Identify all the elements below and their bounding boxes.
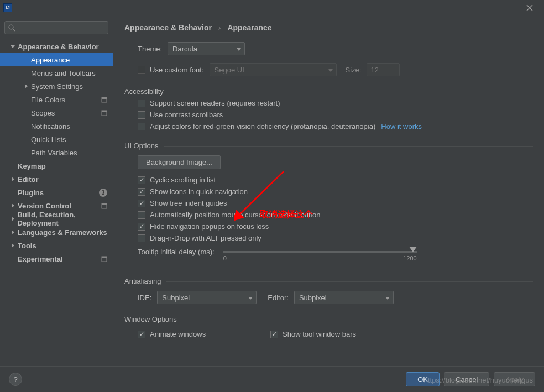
show-tool-bars-label: Show tool window bars	[283, 330, 356, 338]
sidebar-item-tools[interactable]: Tools	[0, 239, 113, 252]
svg-marker-15	[12, 230, 14, 234]
animate-windows-checkbox[interactable]	[138, 331, 145, 338]
breadcrumb-sub: Appearance	[227, 23, 271, 32]
section-accessibility: Accessibility	[124, 87, 533, 96]
ok-button[interactable]: OK	[406, 372, 440, 386]
sidebar-item-label: Tools	[18, 242, 36, 250]
settings-tree: Appearance & Behavior Appearance Menus a…	[0, 40, 113, 265]
screen-readers-label: Support screen readers (requires restart…	[150, 99, 280, 107]
svg-marker-22	[385, 297, 390, 300]
chevron-down-icon	[385, 297, 390, 300]
sidebar-item-languages[interactable]: Languages & Frameworks	[0, 226, 113, 239]
dnd-alt-label: Drag-n-Drop with ALT pressed only	[150, 234, 261, 242]
slider-min: 0	[223, 255, 227, 262]
project-icon	[101, 96, 107, 103]
ide-aa-label: IDE:	[138, 294, 151, 302]
svg-marker-4	[11, 45, 15, 48]
svg-marker-11	[12, 203, 14, 208]
sidebar-item-appearance-behavior[interactable]: Appearance & Behavior	[0, 40, 113, 53]
close-button[interactable]	[519, 1, 541, 14]
chevron-down-icon	[237, 48, 241, 51]
sidebar-item-label: File Colors	[31, 96, 65, 104]
sidebar-item-label: Build, Execution, Deployment	[17, 211, 113, 227]
sidebar-item-label: Keymap	[18, 162, 46, 170]
help-button[interactable]: ?	[9, 373, 22, 386]
sidebar-item-label: Appearance & Behavior	[18, 43, 99, 51]
sidebar-item-plugins[interactable]: Plugins 3	[0, 186, 113, 199]
sidebar-item-appearance[interactable]: Appearance	[0, 53, 113, 66]
svg-rect-7	[102, 97, 107, 99]
tree-guides-checkbox[interactable]	[138, 200, 145, 207]
search-icon	[8, 24, 15, 32]
ok-label: OK	[417, 375, 428, 384]
cancel-button[interactable]: Cancel	[444, 372, 489, 386]
sidebar-item-menus-toolbars[interactable]: Menus and Toolbars	[0, 66, 113, 80]
count-badge: 3	[99, 189, 107, 197]
theme-select[interactable]: Darcula	[168, 42, 245, 55]
sidebar-item-label: Quick Lists	[31, 135, 66, 144]
screen-readers-checkbox[interactable]	[138, 100, 145, 107]
breadcrumb: Appearance & Behavior › Appearance	[124, 23, 533, 32]
contrast-scrollbars-checkbox[interactable]	[138, 111, 145, 119]
font-select[interactable]: Segoe UI	[210, 63, 337, 76]
sidebar-item-quick-lists[interactable]: Quick Lists	[0, 133, 113, 146]
how-it-works-link[interactable]: How it works	[381, 122, 422, 130]
project-icon	[101, 255, 107, 262]
sidebar-item-experimental[interactable]: Experimental	[0, 252, 113, 265]
chevron-right-icon	[11, 243, 15, 248]
font-size-input[interactable]: 12	[367, 63, 400, 76]
sidebar-item-path-variables[interactable]: Path Variables	[0, 146, 113, 159]
sidebar-item-label: Path Variables	[31, 149, 77, 157]
project-icon	[101, 202, 107, 209]
color-deficiency-checkbox[interactable]	[138, 123, 145, 130]
cyclic-scroll-label: Cyclic scrolling in list	[150, 176, 216, 184]
close-icon	[526, 4, 533, 11]
chevron-right-icon	[11, 177, 15, 181]
use-custom-font-checkbox[interactable]	[138, 66, 145, 74]
show-icons-label: Show icons in quick navigation	[150, 187, 248, 196]
sidebar-item-notifications[interactable]: Notifications	[0, 119, 113, 133]
svg-marker-14	[12, 217, 14, 221]
auto-mouse-checkbox[interactable]	[138, 211, 145, 219]
use-custom-font-label: Use custom font:	[150, 66, 204, 74]
size-label: Size:	[346, 66, 362, 74]
footer: ? OK Cancel Apply	[0, 366, 544, 392]
theme-value: Darcula	[172, 45, 197, 53]
sidebar-item-keymap[interactable]: Keymap	[0, 159, 113, 173]
svg-marker-19	[237, 48, 241, 51]
theme-label: Theme:	[138, 45, 162, 53]
sidebar-item-system-settings[interactable]: System Settings	[0, 80, 113, 93]
background-image-button[interactable]: Background Image...	[138, 155, 221, 169]
apply-button[interactable]: Apply	[494, 372, 535, 386]
chevron-down-icon	[11, 44, 15, 49]
content-panel: Appearance & Behavior › Appearance Theme…	[113, 15, 544, 366]
ide-aa-select[interactable]: Subpixel	[157, 291, 257, 304]
sidebar-item-scopes[interactable]: Scopes	[0, 106, 113, 119]
sidebar-item-label: Experimental	[18, 255, 63, 263]
auto-mouse-label: Automatically position mouse cursor on d…	[150, 211, 321, 219]
editor-aa-select[interactable]: Subpixel	[294, 291, 394, 304]
hide-popups-checkbox[interactable]	[138, 223, 145, 231]
cyclic-scroll-checkbox[interactable]	[138, 176, 145, 184]
tooltip-delay-label: Tooltip initial delay (ms):	[138, 248, 215, 256]
search-input[interactable]	[4, 21, 108, 34]
show-icons-checkbox[interactable]	[138, 188, 145, 196]
svg-rect-18	[102, 257, 107, 258]
sidebar-item-label: System Settings	[31, 82, 83, 91]
animate-windows-label: Animate windows	[150, 330, 206, 338]
show-tool-bars-checkbox[interactable]	[270, 331, 278, 338]
svg-marker-16	[12, 243, 14, 248]
sidebar-item-build[interactable]: Build, Execution, Deployment	[0, 212, 113, 226]
sidebar-item-editor[interactable]: Editor	[0, 173, 113, 186]
dnd-alt-checkbox[interactable]	[138, 234, 145, 242]
section-window-options: Window Options	[124, 315, 533, 323]
tooltip-delay-slider[interactable]: 0 1200	[223, 248, 417, 262]
sidebar-item-label: Appearance	[31, 56, 70, 64]
sidebar-item-label: Plugins	[18, 189, 44, 197]
chevron-right-icon	[11, 230, 15, 234]
font-size-value: 12	[370, 66, 378, 74]
slider-thumb-icon	[409, 247, 417, 252]
sidebar-item-label: Version Control	[18, 202, 71, 210]
hide-popups-label: Hide navigation popups on focus loss	[150, 222, 269, 231]
sidebar-item-file-colors[interactable]: File Colors	[0, 93, 113, 106]
